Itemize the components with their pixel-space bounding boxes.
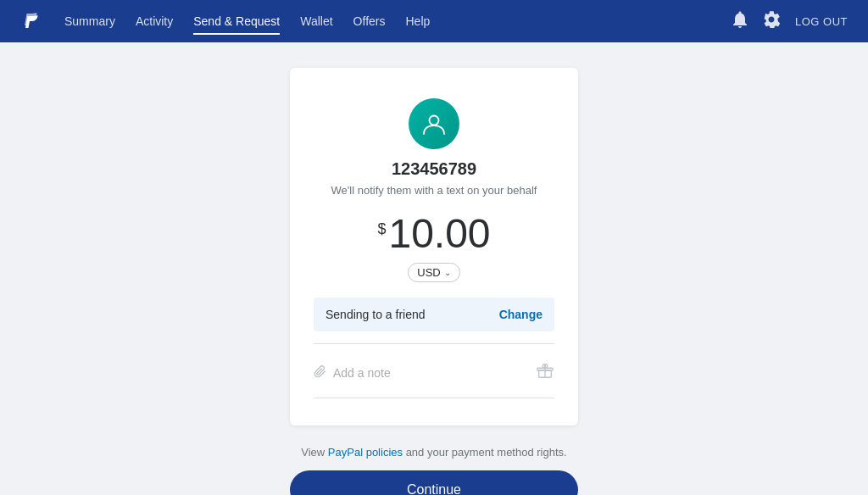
nav-summary[interactable]: Summary <box>64 11 115 31</box>
recipient-notification-note: We'll notify them with a text on your be… <box>331 184 537 197</box>
note-input[interactable]: Add a note <box>333 366 391 380</box>
paperclip-icon <box>314 365 326 381</box>
avatar <box>409 98 459 149</box>
amount-value: 10.00 <box>388 214 490 254</box>
paypal-logo[interactable] <box>20 9 41 33</box>
nav-right: LOG OUT <box>732 11 848 32</box>
amount-display: $ 10.00 <box>377 214 490 254</box>
policies-link[interactable]: PayPal policies <box>328 446 403 459</box>
settings-icon[interactable] <box>763 11 780 32</box>
send-type-row: Sending to a friend Change <box>314 298 554 331</box>
note-row: Add a note <box>314 356 554 389</box>
recipient-section: 123456789 We'll notify them with a text … <box>314 98 554 197</box>
navbar: Summary Activity Send & Request Wallet O… <box>0 0 868 42</box>
policies-pre: View <box>301 446 328 459</box>
nav-offers[interactable]: Offers <box>353 11 386 31</box>
payment-card: 123456789 We'll notify them with a text … <box>290 68 578 425</box>
currency-chevron-icon: ⌄ <box>444 268 451 277</box>
policies-post: and your payment method rights. <box>403 446 567 459</box>
logout-button[interactable]: LOG OUT <box>795 15 848 28</box>
divider-1 <box>314 343 554 344</box>
nav-links: Summary Activity Send & Request Wallet O… <box>64 11 732 31</box>
note-left: Add a note <box>314 365 391 381</box>
nav-send-request[interactable]: Send & Request <box>193 11 280 31</box>
nav-help[interactable]: Help <box>405 11 430 31</box>
gift-icon[interactable] <box>536 361 554 384</box>
card-footer: View PayPal policies and your payment me… <box>290 446 578 495</box>
note-divider <box>314 398 554 398</box>
send-type-label: Sending to a friend <box>326 308 426 321</box>
recipient-name: 123456789 <box>392 159 476 179</box>
currency-selector[interactable]: USD ⌄ <box>408 263 459 282</box>
currency-code: USD <box>417 266 440 279</box>
svg-point-0 <box>430 116 439 125</box>
nav-wallet[interactable]: Wallet <box>300 11 332 31</box>
policies-text: View PayPal policies and your payment me… <box>290 446 578 459</box>
amount-section: $ 10.00 USD ⌄ <box>314 214 554 282</box>
page-content: 123456789 We'll notify them with a text … <box>0 42 868 495</box>
notifications-icon[interactable] <box>732 11 748 32</box>
change-button[interactable]: Change <box>499 308 542 321</box>
continue-button[interactable]: Continue <box>290 470 578 495</box>
currency-symbol: $ <box>377 220 386 238</box>
nav-activity[interactable]: Activity <box>136 11 173 31</box>
